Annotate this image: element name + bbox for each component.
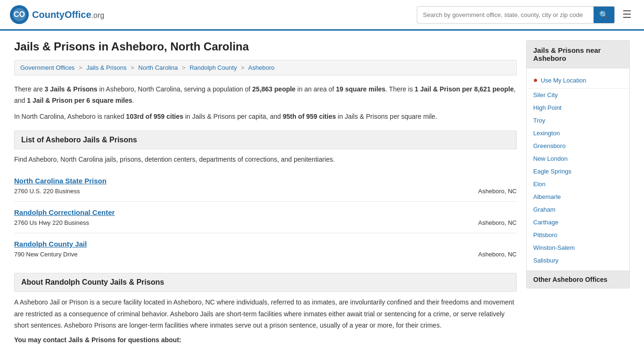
- breadcrumb-government-offices[interactable]: Government Offices: [20, 64, 74, 71]
- sidebar-links: ● Use My Location Siler City High Point …: [527, 68, 629, 271]
- breadcrumb-randolph-county[interactable]: Randolph County: [190, 64, 237, 71]
- logo-icon: CO: [9, 5, 29, 25]
- sidebar: Jails & Prisons near Asheboro ● Use My L…: [526, 40, 630, 344]
- facility-item: Randolph Correctional Center 2760 Us Hwy…: [14, 202, 517, 233]
- search-button[interactable]: 🔍: [594, 7, 614, 23]
- about-section-header: About Randolph County Jails & Prisons: [14, 273, 517, 292]
- header-right: 🔍 ☰: [417, 6, 635, 24]
- logo-text: CountyOffice.org: [32, 9, 104, 20]
- breadcrumb: Government Offices > Jails & Prisons > N…: [14, 60, 517, 75]
- header: CO CountyOffice.org 🔍 ☰: [0, 0, 644, 31]
- facility-address: 790 New Century Drive: [14, 251, 77, 258]
- use-my-location-label: Use My Location: [541, 77, 586, 84]
- page-container: Jails & Prisons in Asheboro, North Carol…: [0, 31, 644, 353]
- facility-name[interactable]: Randolph County Jail: [14, 240, 87, 248]
- location-pin-icon: ●: [533, 76, 538, 84]
- facility-item: North Carolina State Prison 2760 U.S. 22…: [14, 170, 517, 202]
- sidebar-link-graham[interactable]: Graham: [527, 203, 629, 216]
- facility-address: 2760 Us Hwy 220 Business: [14, 219, 89, 226]
- facility-row: 790 New Century Drive Asheboro, NC: [14, 250, 517, 258]
- sidebar-link-eagle-springs[interactable]: Eagle Springs: [527, 165, 629, 178]
- sidebar-link-pittsboro[interactable]: Pittsboro: [527, 229, 629, 241]
- facility-address: 2760 U.S. 220 Business: [14, 188, 80, 195]
- about-contact: You may contact Jails & Prisons for ques…: [14, 336, 517, 344]
- sidebar-link-troy[interactable]: Troy: [527, 114, 629, 127]
- sidebar-link-winston-salem[interactable]: Winston-Salem: [527, 241, 629, 254]
- search-bar: 🔍: [417, 6, 615, 24]
- facilities-list: North Carolina State Prison 2760 U.S. 22…: [14, 170, 517, 264]
- sidebar-title: Jails & Prisons near Asheboro: [527, 41, 629, 68]
- intro-paragraph-1: There are 3 Jails & Prisons in Asheboro,…: [14, 84, 517, 107]
- sidebar-box: Jails & Prisons near Asheboro ● Use My L…: [526, 40, 630, 288]
- facility-city: Asheboro, NC: [478, 187, 517, 195]
- facility-item: Randolph County Jail 790 New Century Dri…: [14, 233, 517, 264]
- breadcrumb-jails-prisons[interactable]: Jails & Prisons: [86, 64, 126, 71]
- sidebar-link-carthage[interactable]: Carthage: [527, 216, 629, 229]
- facility-name[interactable]: North Carolina State Prison: [14, 177, 107, 185]
- breadcrumb-asheboro[interactable]: Asheboro: [248, 64, 275, 71]
- sidebar-link-high-point[interactable]: High Point: [527, 101, 629, 114]
- facility-city: Asheboro, NC: [478, 218, 517, 226]
- facility-name[interactable]: Randolph Correctional Center: [14, 208, 115, 216]
- breadcrumb-north-carolina[interactable]: North Carolina: [138, 64, 178, 71]
- main-content: Jails & Prisons in Asheboro, North Carol…: [14, 40, 517, 344]
- list-description: Find Asheboro, North Carolina jails, pri…: [14, 154, 517, 165]
- logo-area: CO CountyOffice.org: [9, 5, 104, 25]
- sidebar-link-albemarle[interactable]: Albemarle: [527, 190, 629, 203]
- sidebar-link-salisbury[interactable]: Salisbury: [527, 254, 629, 267]
- other-offices-header: Other Asheboro Offices: [527, 271, 629, 288]
- use-my-location[interactable]: ● Use My Location: [527, 72, 629, 89]
- svg-text:CO: CO: [14, 10, 25, 18]
- facility-row: 2760 U.S. 220 Business Asheboro, NC: [14, 187, 517, 195]
- page-title: Jails & Prisons in Asheboro, North Carol…: [14, 40, 517, 53]
- facility-city: Asheboro, NC: [478, 250, 517, 258]
- about-paragraph: A Asheboro Jail or Prison is a secure fa…: [14, 296, 517, 331]
- search-input[interactable]: [417, 8, 594, 22]
- menu-icon[interactable]: ☰: [619, 6, 635, 24]
- sidebar-link-greensboro[interactable]: Greensboro: [527, 140, 629, 152]
- facility-row: 2760 Us Hwy 220 Business Asheboro, NC: [14, 218, 517, 226]
- sidebar-link-elon[interactable]: Elon: [527, 178, 629, 190]
- sidebar-link-siler-city[interactable]: Siler City: [527, 89, 629, 101]
- list-section-header: List of Asheboro Jails & Prisons: [14, 131, 517, 149]
- intro-paragraph-2: In North Carolina, Asheboro is ranked 10…: [14, 111, 517, 123]
- sidebar-link-lexington[interactable]: Lexington: [527, 127, 629, 140]
- sidebar-link-new-london[interactable]: New London: [527, 152, 629, 165]
